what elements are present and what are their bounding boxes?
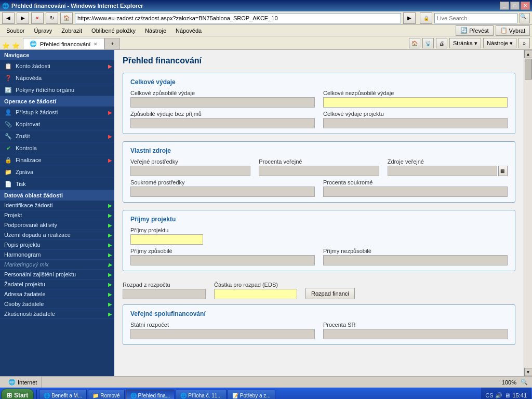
rss-button[interactable]: 📡	[422, 38, 434, 48]
sidebar-item-popis[interactable]: Popis projektu ▶	[0, 240, 114, 250]
celkove-vydaje-projektu-input[interactable]	[323, 118, 508, 128]
rozpad-z-rozpoctu-input[interactable]	[123, 289, 206, 299]
menu-upravy[interactable]: Úpravy	[30, 26, 56, 35]
popis-arrow: ▶	[108, 242, 112, 248]
statni-rozpocet-label: Státní rozpočet	[130, 322, 315, 328]
sidebar-item-podporovane[interactable]: Podporované aktivity ▶	[0, 220, 114, 230]
home-tab-button[interactable]: 🏠	[409, 38, 420, 48]
procenta-soukrome-input[interactable]	[323, 187, 508, 197]
taskbar-btn-priloha[interactable]: 🌐 Příloha č. 11...	[176, 390, 226, 399]
taskbar-btn-benefit[interactable]: 🌐 Benefit a M...	[39, 390, 87, 399]
sidebar-item-identifikace[interactable]: Identifikace žádosti ▶	[0, 201, 114, 210]
zpusobile-vydaje-input[interactable]	[130, 97, 315, 108]
procenta-sr-input[interactable]	[323, 329, 508, 339]
sidebar-item-napoveda[interactable]: ❓ Nápověda	[0, 72, 114, 84]
vertical-scrollbar[interactable]: ▲ ▼	[524, 50, 532, 376]
sidebar-item-personalni[interactable]: Personální zajištění projektu ▶	[0, 270, 114, 280]
taskbar-btn-potreby[interactable]: 📝 Potřeby a z...	[228, 390, 275, 399]
uzemi-arrow: ▶	[108, 232, 112, 238]
prijmy-nezpusobile-input[interactable]	[323, 255, 508, 265]
sidebar-item-projekt[interactable]: Projekt ▶	[0, 210, 114, 220]
taskbar-btn-romove[interactable]: 📁 Romové	[88, 390, 124, 399]
podporovane-arrow: ▶	[108, 222, 112, 228]
sidebar-item-kopirovat[interactable]: 📎 Kopírovat	[0, 118, 114, 130]
tab-close-icon[interactable]: ✕	[94, 42, 98, 47]
window-controls: _ □ ✕	[500, 2, 530, 10]
celkove-vydaje-grid: Celkové způsobilé výdaje Celkové nezpůso…	[130, 90, 508, 128]
lock-icon: 🔒	[420, 12, 432, 24]
home-button[interactable]: 🏠	[60, 12, 73, 24]
vlastni-row1: Veřejné prostředky Procenta veřejné Zdro…	[130, 158, 508, 176]
sidebar-item-osoby[interactable]: Osoby žadatele ▶	[0, 299, 114, 309]
nezpusobile-vydaje-input[interactable]	[323, 97, 508, 108]
sidebar-item-pokyny[interactable]: 🔄 Pokyny řídícího orgánu	[0, 84, 114, 96]
taskbar-btn-priloha-icon: 🌐	[180, 393, 187, 398]
sidebar-item-kontrola[interactable]: ✔ Kontrola	[0, 142, 114, 154]
search-button[interactable]: 🔍	[520, 13, 530, 23]
procenta-verejne-input[interactable]	[259, 166, 379, 176]
field-prijmy-projektu: Příjmy projektu	[130, 227, 508, 245]
tray-network: 🖥	[504, 392, 510, 398]
new-tab-button[interactable]: +	[104, 38, 120, 49]
sidebar-item-uzemi[interactable]: Území dopadu a realizace ▶	[0, 230, 114, 240]
search-input[interactable]	[434, 13, 517, 23]
scroll-down-button[interactable]: ▼	[524, 368, 533, 376]
stranka-button[interactable]: Stránka ▾	[449, 38, 481, 48]
sidebar-item-konto[interactable]: 📋 Konto žádosti ▶	[0, 60, 114, 72]
page-title: Přehled financování	[123, 56, 515, 65]
sidebar-item-tisk[interactable]: 📄 Tisk	[0, 178, 114, 190]
statni-rozpocet-input[interactable]	[130, 329, 315, 339]
menu-oblibene[interactable]: Oblíbené položky	[87, 26, 140, 35]
title-bar: 🌐 Přehled financování - Windows Internet…	[0, 0, 532, 11]
soukrome-prostredky-input[interactable]	[130, 187, 315, 197]
castka-pro-rozpad-input[interactable]	[214, 289, 297, 299]
forward-button[interactable]: ▶	[17, 12, 29, 24]
maximize-button[interactable]: □	[510, 2, 520, 10]
sidebar-item-harmonogram[interactable]: Harmonogram ▶	[0, 250, 114, 260]
extend-button[interactable]: »	[518, 38, 530, 48]
refresh-button[interactable]: ↻	[46, 12, 58, 24]
field-rozpad-z-rozpoctu: Rozpad z rozpočtu	[123, 282, 206, 299]
zoom-level: 100%	[502, 379, 516, 385]
verejne-prostredky-input[interactable]	[130, 166, 250, 176]
sidebar-item-pristup[interactable]: 👤 Přístup k žádosti ▶	[0, 107, 114, 118]
prijmy-zpusobile-input[interactable]	[130, 255, 315, 265]
prevest-button[interactable]: 🔄 Převést	[456, 25, 493, 36]
close-button[interactable]: ✕	[521, 2, 530, 10]
zprava-icon: 📁	[4, 168, 12, 176]
minimize-button[interactable]: _	[500, 2, 509, 10]
section-vlastni-zdroje: Vlastni zdroje Veřejné prostředky Procen…	[123, 141, 515, 203]
field-procenta-sr: Procenta SR	[323, 322, 508, 339]
back-button[interactable]: ◀	[2, 12, 15, 24]
scroll-up-button[interactable]: ▲	[524, 50, 533, 58]
prijmy-projektu-input[interactable]	[130, 234, 203, 245]
go-button[interactable]: ▶	[403, 12, 416, 24]
taskbar-btn-prehled[interactable]: 🌐 Přehled fina...	[126, 390, 175, 399]
address-input[interactable]	[75, 13, 401, 23]
menu-napoveda[interactable]: Nápověda	[171, 26, 206, 35]
zpusobile-bez-prijmu-label: Způsobilé výdaje bez příjmů	[130, 111, 315, 117]
vybrat-button[interactable]: 📋 Vybrat	[496, 25, 530, 36]
projekt-arrow: ▶	[108, 212, 112, 218]
menu-nastroje[interactable]: Nástroje	[141, 26, 170, 35]
active-tab[interactable]: 🌐 Přehled financování ✕	[23, 38, 104, 49]
sidebar-item-zkusenosti[interactable]: Zkušenosti žadatele ▶	[0, 309, 114, 319]
scroll-thumb[interactable]	[525, 59, 532, 79]
sidebar-item-adresa[interactable]: Adresa žadatele ▶	[0, 289, 114, 299]
sidebar-item-marketing[interactable]: Marketingový mix ▶	[0, 260, 114, 270]
zpusobile-bez-prijmu-input[interactable]	[130, 118, 315, 128]
zdroje-verejne-grid-button[interactable]: ▦	[498, 166, 508, 176]
menu-zobrazit[interactable]: Zobrazit	[57, 26, 86, 35]
menu-soubor[interactable]: Soubor	[2, 26, 29, 35]
sidebar-item-zadatel[interactable]: Žadatel projektu ▶	[0, 280, 114, 289]
rozpad-financi-button[interactable]: Rozpad financí	[305, 288, 355, 299]
print-button[interactable]: 🖨	[436, 38, 447, 48]
start-button[interactable]: ⊞ Start	[1, 389, 34, 399]
scroll-track[interactable]	[524, 58, 533, 368]
sidebar-item-zprava[interactable]: 📁 Zpráva	[0, 166, 114, 178]
stop-button[interactable]: ✕	[31, 12, 44, 24]
zdroje-verejne-input[interactable]	[388, 166, 497, 176]
sidebar-item-finalizace[interactable]: 🔒 Finalizace ▶	[0, 154, 114, 166]
nastroje-button[interactable]: Nástroje ▾	[483, 38, 516, 48]
sidebar-item-zrusit[interactable]: 🔧 Zrušit ▶	[0, 130, 114, 142]
